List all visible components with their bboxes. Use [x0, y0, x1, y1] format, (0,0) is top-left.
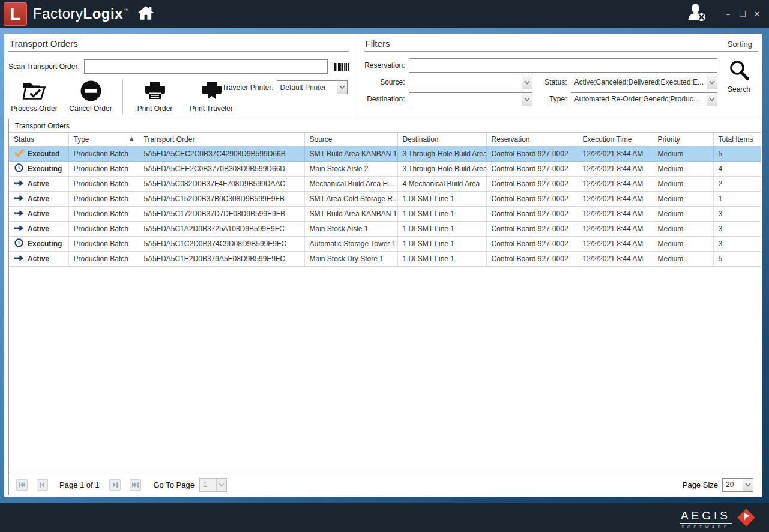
column-header-reservation[interactable]: Reservation: [486, 133, 578, 147]
page-size-select[interactable]: 20: [722, 478, 753, 492]
column-header-status[interactable]: Status: [9, 133, 68, 147]
status-cell: Active: [9, 207, 68, 222]
sorting-link[interactable]: Sorting: [728, 40, 757, 49]
status-arrow-icon: [14, 210, 24, 219]
reservation-label: Reservation:: [364, 61, 409, 70]
table-row[interactable]: ActiveProduction Batch5A5FDA5C1A2D0B3725…: [9, 222, 761, 237]
goto-page-label: Go To Page: [154, 480, 195, 489]
order-cell: 5A5FDA5C1E2D0B379A5E08D9B599E9FC: [139, 252, 304, 267]
page-size-label: Page Size: [683, 480, 718, 489]
aegis-brand-text: AEGIS: [680, 509, 732, 524]
priority-cell: Medium: [653, 192, 713, 207]
source-cell: Main Stock Aisle 1: [304, 222, 397, 237]
previous-page-button[interactable]: [37, 479, 48, 491]
maximize-button[interactable]: ❒: [735, 10, 750, 19]
brand-logix: Logix: [83, 5, 124, 22]
type-label: Type:: [540, 95, 571, 103]
chevron-down-icon: [707, 76, 717, 89]
table-row[interactable]: ExecutingProduction Batch5A5FDA5CEE2C0B3…: [9, 162, 761, 177]
goto-page-value: 1: [200, 480, 216, 489]
reservation-input[interactable]: [409, 58, 717, 73]
priority-cell: Medium: [653, 207, 713, 222]
status-clock-icon: [14, 163, 24, 174]
status-select[interactable]: Active;Canceled;Delivered;Executed;E...: [571, 76, 717, 89]
type-cell: Production Batch: [68, 177, 139, 192]
order-cell: 5A5FDA5C1A2D0B3725A108D9B599E9FC: [139, 222, 304, 237]
column-header-type[interactable]: Type▲: [68, 133, 139, 147]
type-value: Automated Re-Order;Generic;Produc...: [571, 95, 707, 103]
transport-orders-grid: Transport Orders Status Type▲ Transport …: [8, 119, 761, 495]
source-cell: SMT Area Cold Storage R...: [304, 192, 397, 207]
search-icon: [728, 59, 750, 83]
barcode-icon: [334, 63, 349, 71]
printer-icon: [201, 79, 223, 102]
total-items-cell: 3: [713, 207, 761, 222]
user-x-icon: [686, 3, 708, 25]
scan-transport-order-label: Scan Transport Order:: [8, 62, 80, 71]
table-row[interactable]: ActiveProduction Batch5A5FDA5C172D0B37D7…: [9, 207, 761, 222]
main-content: Transport Orders Scan Transport Order:: [4, 34, 762, 497]
cancel-order-label: Cancel Order: [69, 104, 112, 113]
minimize-button[interactable]: –: [721, 10, 735, 19]
table-row[interactable]: ExecutingProduction Batch5A5FDA5C1C2D0B3…: [9, 237, 761, 252]
priority-cell: Medium: [653, 177, 713, 192]
column-header-priority[interactable]: Priority: [653, 133, 713, 147]
table-row[interactable]: ActiveProduction Batch5A5FDA5C1E2D0B379A…: [9, 252, 761, 267]
type-select[interactable]: Automated Re-Order;Generic;Produc...: [571, 92, 717, 106]
close-button[interactable]: ✕: [750, 10, 764, 19]
total-items-cell: 3: [713, 237, 761, 252]
search-label: Search: [728, 85, 750, 94]
last-page-button[interactable]: [130, 479, 141, 491]
execution-time-cell: 12/2/2021 8:44 AM: [578, 237, 653, 252]
status-cell: Active: [9, 252, 68, 267]
reservation-cell: Control Board 927-0002: [486, 147, 578, 162]
total-items-cell: 2: [713, 177, 761, 192]
execution-time-cell: 12/2/2021 8:44 AM: [578, 162, 653, 177]
type-cell: Production Batch: [68, 252, 139, 267]
search-button[interactable]: Search: [720, 58, 758, 109]
column-header-total-items[interactable]: Total Items: [713, 133, 761, 147]
reservation-cell: Control Board 927-0002: [486, 222, 578, 237]
traveler-printer-select[interactable]: Default Printer: [277, 80, 348, 94]
table-body: ExecutedProduction Batch5A5FDA5CEC2C0B37…: [9, 147, 761, 267]
table-row[interactable]: ActiveProduction Batch5A5FDA5C082D0B37F4…: [9, 177, 761, 192]
aegis-diamond-icon: [734, 506, 758, 532]
toolbar-separator: [122, 79, 123, 114]
execution-time-cell: 12/2/2021 8:44 AM: [578, 207, 653, 222]
destination-cell: 4 Mechanical Build Area: [397, 177, 486, 192]
destination-select[interactable]: [409, 92, 532, 106]
last-page-icon: [132, 479, 139, 490]
cancel-order-button[interactable]: Cancel Order: [65, 79, 116, 113]
transport-panel-title: Transport Orders: [10, 38, 78, 49]
table-row[interactable]: ExecutedProduction Batch5A5FDA5CEC2C0B37…: [9, 147, 761, 162]
status-cell: Executed: [9, 147, 68, 162]
type-cell: Production Batch: [68, 222, 139, 237]
printer-icon: [144, 79, 166, 102]
column-header-destination[interactable]: Destination: [397, 133, 486, 147]
user-logout-button[interactable]: [686, 3, 708, 25]
order-cell: 5A5FDA5C172D0B37D7DF08D9B599E9FB: [139, 207, 304, 222]
column-header-execution-time[interactable]: Execution Time: [578, 133, 653, 147]
process-order-button[interactable]: Process Order: [8, 79, 60, 113]
destination-label: Destination:: [364, 95, 409, 103]
factorylogix-logo-icon: L: [4, 2, 27, 26]
order-cell: 5A5FDA5CEC2C0B37C42908D9B599D66B: [139, 147, 304, 162]
no-entry-icon: [80, 79, 102, 102]
status-cell: Executing: [9, 162, 68, 177]
order-cell: 5A5FDA5C152D0B37B0C308D9B599E9FB: [139, 192, 304, 207]
destination-cell: 3 Through-Hole Build Area: [397, 147, 486, 162]
print-order-button[interactable]: Print Order: [129, 79, 181, 113]
next-page-button[interactable]: [109, 479, 121, 491]
execution-time-cell: 12/2/2021 8:44 AM: [578, 252, 653, 267]
scan-transport-order-input[interactable]: [84, 59, 328, 74]
column-header-transport-order[interactable]: Transport Order: [139, 133, 304, 147]
home-button[interactable]: [137, 5, 154, 23]
transport-orders-panel: Transport Orders Scan Transport Order:: [8, 35, 349, 119]
column-header-source[interactable]: Source: [304, 133, 397, 147]
traveler-printer-value: Default Printer: [277, 83, 337, 92]
first-page-icon: [19, 479, 25, 490]
source-select[interactable]: [409, 76, 532, 89]
first-page-button[interactable]: [16, 479, 28, 491]
goto-page-select[interactable]: 1: [199, 478, 227, 492]
table-row[interactable]: ActiveProduction Batch5A5FDA5C152D0B37B0…: [9, 192, 761, 207]
